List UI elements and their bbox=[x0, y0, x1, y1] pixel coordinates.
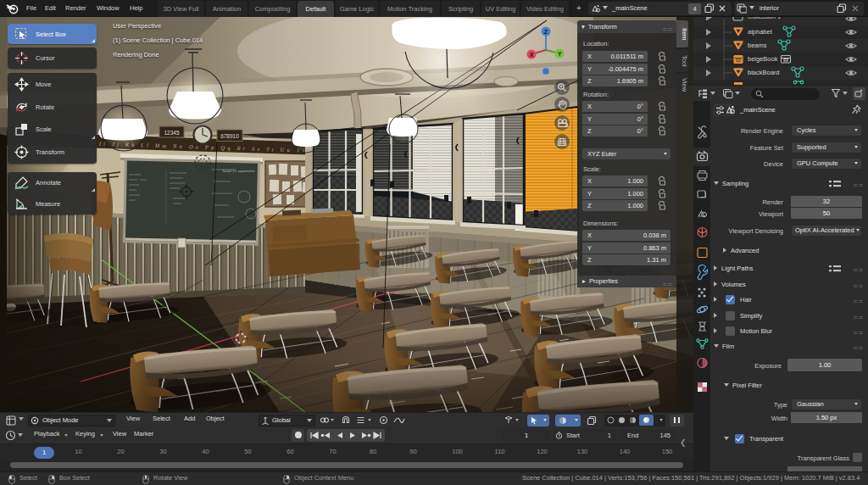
svg-text:678910: 678910 bbox=[220, 133, 239, 139]
svg-text:12345: 12345 bbox=[164, 130, 179, 136]
svg-text:Y: Y bbox=[558, 51, 562, 57]
svg-text:Z: Z bbox=[544, 29, 548, 35]
svg-text:X: X bbox=[530, 52, 534, 58]
svg-text:Jeudi 12 septembre: Jeudi 12 septembre bbox=[222, 169, 255, 173]
